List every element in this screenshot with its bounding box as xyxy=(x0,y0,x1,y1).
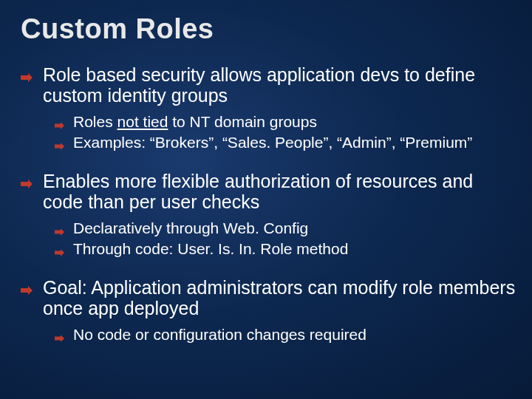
bullet-text: Goal: Application administrators can mod… xyxy=(43,277,516,318)
bullet-text: Declaratively through Web. Config xyxy=(73,219,308,238)
bullet-icon xyxy=(55,119,64,132)
bullet-text: No code or configuration changes require… xyxy=(73,326,366,344)
bullet-text: Roles not tied to NT domain groups xyxy=(73,113,317,132)
list-item: Declaratively through Web. Config xyxy=(55,219,516,239)
list-item: No code or configuration changes require… xyxy=(55,326,516,345)
list-item: Enables more flexible authorization of r… xyxy=(21,171,516,259)
bullet-icon xyxy=(55,246,64,259)
list-item: Roles not tied to NT domain groups xyxy=(55,113,516,132)
list-item: Goal: Application administrators can mod… xyxy=(21,277,516,345)
slide-title: Custom Roles xyxy=(21,13,516,45)
list-item: Through code: User. Is. In. Role method xyxy=(55,240,516,259)
list-item: Examples: “Brokers”, “Sales. People”, “A… xyxy=(55,134,516,153)
bullet-text: Examples: “Brokers”, “Sales. People”, “A… xyxy=(73,134,472,152)
list-item: Role based security allows application d… xyxy=(21,64,516,153)
bullet-list-level2: Roles not tied to NT domain groups Examp… xyxy=(55,113,516,153)
bullet-icon xyxy=(21,178,33,191)
bullet-list-level1: Role based security allows application d… xyxy=(21,64,516,345)
bullet-text: Enables more flexible authorization of r… xyxy=(43,171,516,212)
bullet-list-level2: No code or configuration changes require… xyxy=(55,326,516,345)
bullet-icon xyxy=(55,225,64,239)
bullet-icon xyxy=(55,332,64,345)
bullet-text: Through code: User. Is. In. Role method xyxy=(73,240,348,259)
bullet-text: Role based security allows application d… xyxy=(43,64,516,106)
bullet-icon xyxy=(21,72,33,85)
bullet-list-level2: Declaratively through Web. Config Throug… xyxy=(55,219,516,259)
bullet-icon xyxy=(21,284,33,298)
bullet-icon xyxy=(55,140,64,153)
